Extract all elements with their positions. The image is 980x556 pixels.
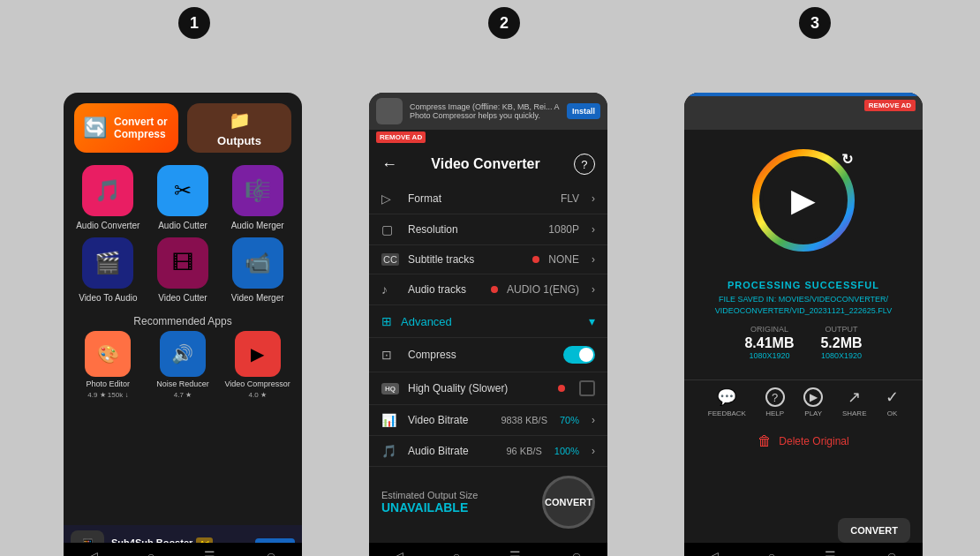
quality-row[interactable]: HQ High Quality (Slower) — [369, 372, 607, 405]
app-video-cutter[interactable]: 🎞 Video Cutter — [149, 237, 217, 303]
feedback-label: FEEDBACK — [708, 409, 746, 417]
audio-bitrate-pct: 100% — [554, 446, 579, 456]
high-quality-label: High Quality (Slower) — [408, 382, 547, 394]
output-dim: 1080X1920 — [820, 351, 862, 360]
nav-a11y-icon[interactable]: ☺ — [265, 549, 277, 556]
install-button-2[interactable]: Install — [567, 103, 600, 119]
delete-original-row[interactable]: 🗑 Delete Original — [684, 425, 923, 458]
compress-row[interactable]: ⊡ Compress — [369, 338, 607, 372]
delete-label: Delete Original — [779, 435, 848, 447]
video-bitrate-icon: 📊 — [381, 413, 399, 427]
subtitle-arrow-icon: › — [592, 253, 595, 266]
output-label: OUTPUT — [820, 325, 862, 334]
nav-home-icon[interactable]: ○ — [147, 549, 155, 556]
format-icon: ▷ — [381, 192, 399, 206]
action-row: 💬 FEEDBACK ? HELP ▶ PLAY ↗ SHARE ✓ OK — [684, 379, 923, 425]
phone-screen-1: 🔄 Convert or Compress 📁 Outputs 🎵 Audio … — [64, 40, 302, 556]
resolution-setting-row[interactable]: ▢ Resolution 1080P › — [369, 214, 607, 245]
convert-button-3[interactable]: CONVERT — [838, 518, 910, 543]
hq-checkbox[interactable] — [579, 380, 595, 396]
audio-tracks-row[interactable]: ♪ Audio tracks AUDIO 1(ENG) › — [369, 274, 607, 305]
advanced-icon: ⊞ — [381, 314, 392, 328]
help-circle-icon[interactable]: ? — [574, 154, 595, 175]
format-value: FLV — [561, 192, 579, 205]
top-ad-text: Compress Image (Offline: KB, MB, Rei... … — [410, 102, 560, 120]
nav-menu-icon[interactable]: ☰ — [204, 549, 215, 556]
audio-tracks-label: Audio tracks — [408, 283, 480, 296]
audio-dot — [491, 286, 498, 293]
app-audio-merger-label: Audio Merger — [231, 221, 284, 230]
phone-screen-3: REMOVE AD — [684, 40, 923, 556]
nav-home-2-icon[interactable]: ○ — [453, 549, 460, 556]
output-size-label: Estimated Output Size — [381, 490, 478, 500]
compress-icon: ⊡ — [381, 348, 399, 362]
nav-back-icon[interactable]: ◁ — [88, 549, 98, 556]
resolution-arrow-icon: › — [592, 223, 595, 236]
file-saved-text: FILE SAVED IN: MOVIES/VIDEOCONVERTER/VID… — [698, 294, 908, 316]
audio-bitrate-row[interactable]: 🎵 Audio Bitrate 96 KB/S 100% › — [369, 436, 607, 467]
nav-menu-2-icon[interactable]: ☰ — [509, 549, 521, 556]
audio-bitrate-icon: 🎵 — [381, 444, 399, 458]
recommended-title: Recommended Apps — [64, 310, 302, 331]
output-stat: OUTPUT 5.2MB 1080X1920 — [820, 325, 862, 360]
nav-menu-3-icon[interactable]: ☰ — [825, 549, 836, 556]
remove-ad-badge-3[interactable]: REMOVE AD — [864, 100, 916, 111]
nav-a11y-2-icon[interactable]: ☺ — [570, 549, 583, 556]
top-ad-bar: Compress Image (Offline: KB, MB, Rei... … — [369, 93, 607, 130]
app-audio-converter[interactable]: 🎵 Audio Converter — [74, 165, 142, 230]
subtitle-setting-row[interactable]: CC Subtitle tracks NONE › — [369, 245, 607, 274]
phone-1-device: 🔄 Convert or Compress 📁 Outputs 🎵 Audio … — [64, 93, 302, 556]
logo-center: ▶ — [791, 184, 816, 216]
step-1-number: 1 — [178, 7, 210, 39]
ok-checkmark-icon: ✓ — [886, 387, 899, 407]
ok-label: OK — [887, 409, 898, 417]
remove-ad-badge-2[interactable]: REMOVE AD — [376, 131, 426, 143]
help-circle-icon-2: ? — [765, 387, 785, 407]
logo-area: ▶ ↻ — [684, 130, 923, 271]
video-bitrate-value: 9838 KB/S — [501, 415, 547, 425]
app-video-to-audio[interactable]: 🎬 Video To Audio — [74, 237, 142, 303]
rec-noise-reducer[interactable]: 🔊 Noise Reducer 4.7 ★ — [149, 331, 217, 399]
original-size: 8.41MB — [744, 335, 794, 351]
resolution-value: 1080P — [548, 223, 579, 236]
compress-toggle[interactable] — [563, 346, 595, 364]
audio-tracks-value: AUDIO 1(ENG) — [507, 283, 579, 296]
help-action[interactable]: ? HELP — [765, 387, 785, 417]
rec-video-compressor[interactable]: ▶ Video Compressor 4.0 ★ — [223, 331, 291, 399]
step-2-badge: 2 — [488, 7, 520, 39]
advanced-section-row[interactable]: ⊞ Advanced ▾ — [369, 305, 607, 338]
feedback-icon: 💬 — [717, 387, 736, 407]
share-action[interactable]: ↗ SHARE — [842, 387, 867, 417]
ok-action[interactable]: ✓ OK — [886, 387, 899, 417]
rec-photo-editor[interactable]: 🎨 Photo Editor 4.9 ★ 150k ↓ — [74, 331, 142, 399]
subtitle-label: Subtitle tracks — [408, 253, 522, 266]
nav-bar-3: ◁ ○ ☰ ☺ — [684, 543, 923, 556]
convert-button[interactable]: CONVERT — [542, 476, 595, 529]
video-converter-header: ← Video Converter ? — [369, 145, 607, 184]
play-circle-icon: ▶ — [803, 387, 823, 407]
nav-a11y-3-icon[interactable]: ☺ — [886, 549, 898, 556]
format-label: Format — [408, 192, 552, 205]
nav-back-3-icon[interactable]: ◁ — [709, 549, 719, 556]
share-icon: ↗ — [848, 387, 861, 407]
nav-back-2-icon[interactable]: ◁ — [394, 549, 403, 556]
outputs-button[interactable]: 📁 Outputs — [187, 103, 291, 153]
nav-home-3-icon[interactable]: ○ — [768, 549, 775, 556]
app-audio-cutter[interactable]: ✂ Audio Cutter — [149, 165, 217, 230]
app-audio-merger[interactable]: 🎼 Audio Merger — [223, 165, 291, 230]
audio-tracks-arrow-icon: › — [592, 283, 595, 296]
convert-compress-button[interactable]: 🔄 Convert or Compress — [74, 103, 178, 153]
play-action[interactable]: ▶ PLAY — [803, 387, 823, 417]
video-bitrate-arrow: › — [592, 414, 595, 426]
video-bitrate-pct: 70% — [560, 415, 579, 425]
video-bitrate-row[interactable]: 📊 Video Bitrate 9838 KB/S 70% › — [369, 405, 607, 436]
resolution-icon: ▢ — [381, 222, 399, 237]
play-label: PLAY — [804, 409, 822, 417]
back-arrow-icon[interactable]: ← — [381, 155, 397, 174]
format-setting-row[interactable]: ▷ Format FLV › — [369, 184, 607, 214]
feedback-action[interactable]: 💬 FEEDBACK — [708, 387, 746, 417]
app-video-merger[interactable]: 📹 Video Merger — [223, 237, 291, 303]
phone-3-device: REMOVE AD — [684, 93, 923, 556]
nav-bar-2: ◁ ○ ☰ ☺ — [369, 543, 607, 556]
outputs-label: Outputs — [217, 134, 261, 147]
